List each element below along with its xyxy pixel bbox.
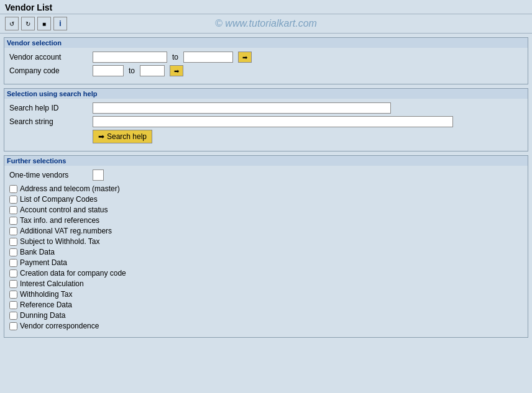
- search-string-row: Search string: [9, 116, 523, 127]
- checkbox-1[interactable]: [9, 196, 17, 204]
- checkbox-3[interactable]: [9, 217, 17, 225]
- checkbox-7[interactable]: [9, 259, 17, 267]
- checkbox-label-9: Interest Calculation: [20, 279, 84, 288]
- checkbox-label-5: Subject to Withhold. Tax: [20, 237, 100, 246]
- checkbox-8[interactable]: [9, 269, 17, 278]
- checkbox-label-8: Creation data for company code: [20, 269, 126, 278]
- checkbox-label-0: Address and telecom (master): [20, 184, 120, 193]
- checkbox-10[interactable]: [9, 291, 17, 299]
- vendor-account-arrow-btn[interactable]: ➡: [238, 52, 252, 63]
- checkbox-row: Subject to Withhold. Tax: [9, 237, 523, 246]
- checkbox-row: List of Company Codes: [9, 195, 523, 204]
- checkbox-2[interactable]: [9, 206, 17, 214]
- title-bar: Vendor List: [0, 0, 532, 14]
- checkbox-9[interactable]: [9, 280, 17, 288]
- back-icon[interactable]: ↺: [5, 17, 19, 30]
- vendor-selection-title: Vendor selection: [4, 38, 528, 48]
- checkbox-5[interactable]: [9, 238, 17, 246]
- search-help-section: Selection using search help Search help …: [4, 88, 528, 151]
- checkbox-row: Dunning Data: [9, 311, 523, 320]
- vendor-account-row: Vendor account to ➡: [9, 52, 523, 63]
- checkbox-row: Creation data for company code: [9, 269, 523, 278]
- checkbox-row: Vendor correspondence: [9, 322, 523, 330]
- vendor-selection-section: Vendor selection Vendor account to ➡ Com…: [4, 37, 528, 84]
- checkbox-row: Account control and status: [9, 206, 523, 214]
- checkbox-row: Payment Data: [9, 258, 523, 267]
- checkbox-6[interactable]: [9, 248, 17, 256]
- search-help-button-row: ➡ Search help: [9, 130, 523, 143]
- checkbox-11[interactable]: [9, 301, 17, 309]
- forward-icon[interactable]: ↻: [21, 17, 35, 30]
- one-time-vendors-row: One-time vendors: [9, 169, 523, 181]
- company-code-to-label: to: [129, 66, 135, 75]
- search-help-arrow-icon: ➡: [98, 132, 104, 141]
- page-title: Vendor List: [5, 2, 527, 12]
- one-time-vendors-input[interactable]: [93, 169, 104, 181]
- help-icon[interactable]: i: [53, 17, 67, 30]
- checkbox-row: Address and telecom (master): [9, 184, 523, 193]
- checkbox-row: Additional VAT reg.numbers: [9, 227, 523, 235]
- checkbox-13[interactable]: [9, 322, 17, 330]
- search-help-button-label: Search help: [107, 132, 147, 141]
- checkbox-4[interactable]: [9, 227, 17, 235]
- checkbox-label-13: Vendor correspondence: [20, 322, 99, 330]
- search-help-id-row: Search help ID: [9, 102, 523, 114]
- checkbox-label-6: Bank Data: [20, 248, 55, 256]
- company-code-row: Company code to ➡: [9, 65, 523, 76]
- company-code-to-input[interactable]: [140, 65, 165, 76]
- further-selections-section: Further selections One-time vendors Addr…: [4, 155, 528, 338]
- search-string-input[interactable]: [93, 116, 453, 127]
- checkbox-label-2: Account control and status: [20, 206, 108, 214]
- company-code-arrow-btn[interactable]: ➡: [170, 65, 183, 76]
- checkbox-label-12: Dunning Data: [20, 311, 65, 320]
- checkbox-label-1: List of Company Codes: [20, 195, 98, 204]
- search-string-label: Search string: [9, 117, 90, 126]
- checkbox-label-10: Withholding Tax: [20, 290, 73, 299]
- checkbox-12[interactable]: [9, 312, 17, 320]
- vendor-account-input[interactable]: [93, 52, 167, 63]
- checkbox-row: Tax info. and references: [9, 216, 523, 225]
- search-help-id-input[interactable]: [93, 102, 391, 114]
- checkbox-label-3: Tax info. and references: [20, 216, 99, 225]
- checkbox-label-11: Reference Data: [20, 300, 72, 309]
- company-code-input[interactable]: [93, 65, 124, 76]
- toolbar: ↺ ↻ ■ i © www.tutorialkart.com: [0, 14, 532, 34]
- vendor-account-to-input[interactable]: [183, 52, 233, 63]
- one-time-vendors-label: One-time vendors: [9, 171, 90, 179]
- further-selections-title: Further selections: [4, 156, 528, 166]
- search-help-id-label: Search help ID: [9, 104, 90, 112]
- checkboxes-container: Address and telecom (master)List of Comp…: [9, 184, 523, 330]
- checkbox-0[interactable]: [9, 185, 17, 193]
- vendor-account-label: Vendor account: [9, 53, 90, 61]
- checkbox-label-7: Payment Data: [20, 258, 67, 267]
- watermark: © www.tutorialkart.com: [215, 18, 317, 29]
- vendor-account-to-label: to: [172, 53, 178, 61]
- checkbox-label-4: Additional VAT reg.numbers: [20, 227, 112, 235]
- checkbox-row: Withholding Tax: [9, 290, 523, 299]
- save-icon[interactable]: ■: [37, 17, 51, 30]
- company-code-label: Company code: [9, 66, 90, 75]
- checkbox-row: Interest Calculation: [9, 279, 523, 288]
- checkbox-row: Bank Data: [9, 248, 523, 256]
- search-help-title: Selection using search help: [4, 89, 528, 99]
- search-help-button[interactable]: ➡ Search help: [93, 130, 152, 143]
- checkbox-row: Reference Data: [9, 300, 523, 309]
